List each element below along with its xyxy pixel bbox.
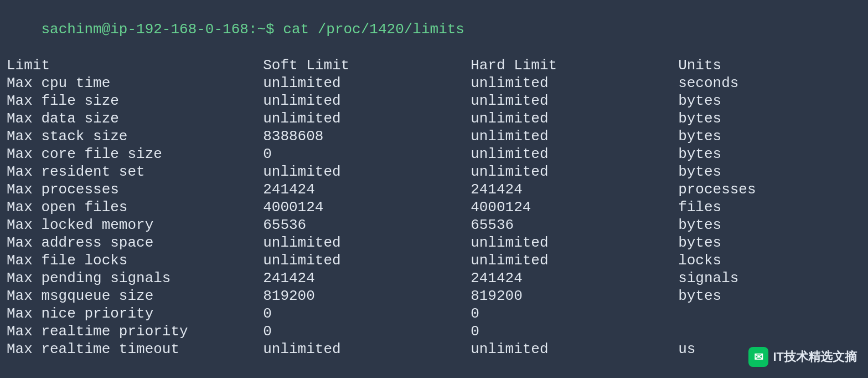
cell-hard: 65536 [471, 216, 678, 234]
cell-soft: unlimited [263, 110, 471, 127]
cell-limit: Max nice priority [7, 305, 263, 323]
table-row: Max locked memory6553665536bytes [7, 216, 861, 234]
cell-limit: Max pending signals [7, 269, 263, 287]
header-limit: Limit [7, 57, 263, 74]
cell-units [678, 305, 861, 323]
cell-soft: unlimited [263, 92, 471, 110]
cell-soft: 0 [263, 323, 471, 340]
terminal: sachinm@ip-192-168-0-168:~$ cat /proc/14… [7, 4, 861, 358]
cell-hard: unlimited [471, 74, 678, 92]
table-header-row: Limit Soft Limit Hard Limit Units [7, 57, 861, 74]
cell-limit: Max stack size [7, 127, 263, 145]
cell-hard: unlimited [471, 110, 678, 127]
cell-units: bytes [678, 127, 861, 145]
cell-limit: Max file locks [7, 252, 263, 269]
cell-soft: unlimited [263, 163, 471, 181]
watermark: ✉ IT技术精选文摘 [748, 347, 857, 367]
watermark-text: IT技术精选文摘 [773, 349, 857, 365]
cell-units: bytes [678, 216, 861, 234]
table-row: Max address spaceunlimitedunlimitedbytes [7, 234, 861, 252]
cell-hard: 0 [471, 305, 678, 323]
cell-units: bytes [678, 92, 861, 110]
header-hard: Hard Limit [471, 57, 678, 74]
cell-units: files [678, 198, 861, 216]
cell-hard: 241424 [471, 269, 678, 287]
table-row: Max realtime priority00 [7, 323, 861, 340]
cell-soft: unlimited [263, 252, 471, 269]
cell-limit: Max address space [7, 234, 263, 252]
wechat-icon: ✉ [748, 347, 768, 367]
cell-limit: Max locked memory [7, 216, 263, 234]
cell-units: locks [678, 252, 861, 269]
cell-units [678, 323, 861, 340]
cell-limit: Max open files [7, 198, 263, 216]
table-row: Max msgqueue size819200819200bytes [7, 287, 861, 305]
cell-hard: 4000124 [471, 198, 678, 216]
cell-hard: 241424 [471, 181, 678, 198]
cell-limit: Max data size [7, 110, 263, 127]
cell-limit: Max file size [7, 92, 263, 110]
cell-limit: Max cpu time [7, 74, 263, 92]
cell-soft: 0 [263, 145, 471, 163]
cell-units: bytes [678, 163, 861, 181]
table-row: Max open files40001244000124files [7, 198, 861, 216]
cell-limit: Max realtime timeout [7, 340, 263, 358]
cell-hard: unlimited [471, 340, 678, 358]
cell-limit: Max resident set [7, 163, 263, 181]
cell-soft: 241424 [263, 269, 471, 287]
table-row: Max data sizeunlimitedunlimitedbytes [7, 110, 861, 127]
cell-limit: Max core file size [7, 145, 263, 163]
table-row: Max core file size0unlimitedbytes [7, 145, 861, 163]
table-row: Max file locksunlimitedunlimitedlocks [7, 252, 861, 269]
cell-units: bytes [678, 234, 861, 252]
cell-hard: unlimited [471, 252, 678, 269]
table-row: Max file sizeunlimitedunlimitedbytes [7, 92, 861, 110]
cell-soft: 4000124 [263, 198, 471, 216]
cell-units: seconds [678, 74, 861, 92]
cell-hard: unlimited [471, 145, 678, 163]
cell-hard: 0 [471, 323, 678, 340]
table-row: Max pending signals241424241424signals [7, 269, 861, 287]
cell-soft: 65536 [263, 216, 471, 234]
cell-units: signals [678, 269, 861, 287]
cell-soft: unlimited [263, 234, 471, 252]
table-row: Max processes241424241424processes [7, 181, 861, 198]
header-soft: Soft Limit [263, 57, 471, 74]
cell-soft: 241424 [263, 181, 471, 198]
table-row: Max realtime timeoutunlimitedunlimitedus [7, 340, 861, 358]
prompt-line: sachinm@ip-192-168-0-168:~$ cat /proc/14… [7, 4, 861, 54]
cell-soft: unlimited [263, 340, 471, 358]
cell-units: bytes [678, 287, 861, 305]
prompt-user: sachinm@ip-192-168-0-168:~$ cat /proc/14… [41, 21, 464, 38]
table-row: Max cpu timeunlimitedunlimitedseconds [7, 74, 861, 92]
cell-hard: 819200 [471, 287, 678, 305]
limits-table: Limit Soft Limit Hard Limit Units Max cp… [7, 57, 861, 358]
cell-units: processes [678, 181, 861, 198]
table-row: Max stack size8388608unlimitedbytes [7, 127, 861, 145]
cell-soft: 8388608 [263, 127, 471, 145]
cell-limit: Max processes [7, 181, 263, 198]
table-row: Max nice priority00 [7, 305, 861, 323]
cell-soft: 819200 [263, 287, 471, 305]
cell-hard: unlimited [471, 127, 678, 145]
cell-hard: unlimited [471, 92, 678, 110]
cell-limit: Max msgqueue size [7, 287, 263, 305]
cell-limit: Max realtime priority [7, 323, 263, 340]
cell-hard: unlimited [471, 163, 678, 181]
cell-soft: unlimited [263, 74, 471, 92]
cell-units: bytes [678, 110, 861, 127]
table-row: Max resident setunlimitedunlimitedbytes [7, 163, 861, 181]
cell-units: bytes [678, 145, 861, 163]
header-units: Units [678, 57, 861, 74]
cell-hard: unlimited [471, 234, 678, 252]
cell-soft: 0 [263, 305, 471, 323]
